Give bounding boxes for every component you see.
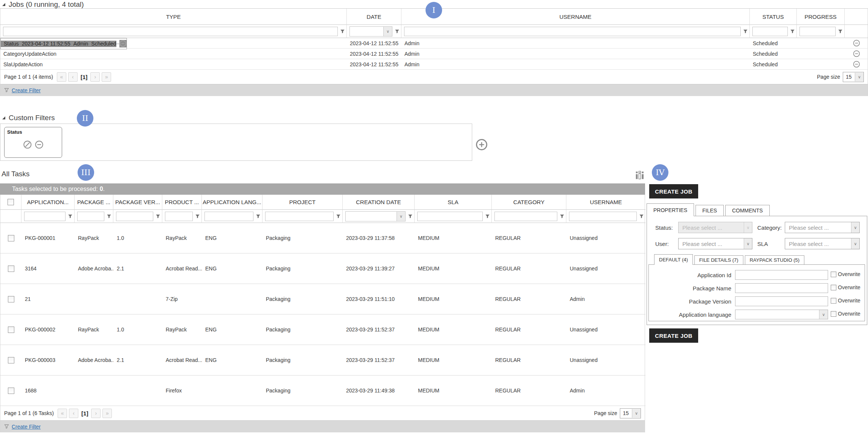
- next-page-icon[interactable]: ›: [90, 72, 100, 82]
- current-page[interactable]: [1]: [81, 74, 87, 80]
- category-select[interactable]: Please select ... ∨: [785, 222, 860, 233]
- first-page-icon[interactable]: «: [57, 72, 66, 82]
- task-checkbox[interactable]: [8, 266, 14, 272]
- current-page[interactable]: [1]: [81, 410, 88, 417]
- filter-funnel-icon[interactable]: [407, 214, 413, 219]
- tasks-col-application-id[interactable]: APPLICATION...: [21, 195, 75, 210]
- subtab-raypack-studio[interactable]: RAYPACK STUDIO (5): [745, 255, 804, 265]
- task-checkbox[interactable]: [8, 327, 14, 333]
- remove-filter-icon[interactable]: [35, 140, 44, 149]
- tasks-col-package[interactable]: PACKAGE ...: [75, 195, 113, 210]
- add-filter-icon[interactable]: [475, 138, 488, 151]
- chevron-down-icon[interactable]: ∨: [851, 238, 859, 249]
- first-page-icon[interactable]: «: [58, 409, 67, 418]
- filter-funnel-icon[interactable]: [742, 29, 748, 34]
- chevron-down-icon[interactable]: ∨: [744, 238, 752, 249]
- user-select[interactable]: Please select ... ∨: [678, 238, 752, 249]
- filter-funnel-icon[interactable]: [638, 214, 644, 219]
- tasks-creation-date-filter-select[interactable]: ∨: [345, 211, 406, 221]
- tasks-sla-filter-input[interactable]: [417, 212, 483, 221]
- task-row[interactable]: PKG-000002 RayPack 1.0 RayPack ENG Packa…: [0, 314, 645, 345]
- jobs-col-username[interactable]: USERNAME: [401, 9, 750, 25]
- chevron-down-icon[interactable]: ∨: [397, 212, 405, 221]
- filter-funnel-icon[interactable]: [837, 29, 843, 34]
- disable-filter-icon[interactable]: [23, 140, 32, 149]
- package-version-input[interactable]: [735, 296, 828, 306]
- application-id-input[interactable]: [735, 270, 828, 280]
- prev-page-icon[interactable]: ‹: [69, 409, 78, 418]
- select-all-checkbox[interactable]: [8, 199, 14, 205]
- task-checkbox[interactable]: [8, 296, 14, 302]
- tasks-col-language[interactable]: APPLICATION LANG...: [202, 195, 262, 210]
- task-row[interactable]: PKG-000001 RayPack 1.0 RayPack ENG Packa…: [0, 223, 645, 253]
- tasks-col-project[interactable]: PROJECT: [262, 195, 343, 210]
- tasks-category-filter-input[interactable]: [494, 212, 557, 221]
- tasks-project-filter-input[interactable]: [265, 212, 334, 221]
- filter-funnel-icon[interactable]: [194, 214, 200, 219]
- task-checkbox[interactable]: [8, 388, 14, 394]
- jobs-section-header[interactable]: Jobs (0 running, 4 total): [2, 0, 84, 9]
- jobs-col-progress[interactable]: PROGRESS: [797, 9, 845, 25]
- jobs-progress-filter-input[interactable]: [799, 27, 836, 36]
- package-name-input[interactable]: [735, 283, 828, 293]
- tasks-col-username[interactable]: USERNAME: [566, 195, 645, 210]
- tasks-col-creation-date[interactable]: CREATION DATE: [343, 195, 415, 210]
- tab-comments[interactable]: COMMENTS: [725, 205, 770, 216]
- chevron-down-icon[interactable]: ∨: [851, 222, 859, 233]
- custom-filters-section-header[interactable]: Custom Filters: [2, 114, 55, 122]
- task-row[interactable]: PKG-000003 Adobe Acroba... 2.1 Acrobat R…: [0, 345, 645, 375]
- last-page-icon[interactable]: »: [102, 409, 112, 418]
- chevron-down-icon[interactable]: ∨: [383, 27, 392, 36]
- chevron-down-icon[interactable]: ∨: [632, 409, 641, 418]
- tasks-application-filter-input[interactable]: [24, 212, 66, 221]
- tasks-product-filter-input[interactable]: [165, 212, 193, 221]
- tasks-package-version-filter-input[interactable]: [116, 212, 153, 221]
- filter-funnel-icon[interactable]: [394, 29, 400, 34]
- overwrite-checkbox[interactable]: [831, 298, 836, 304]
- filter-funnel-icon[interactable]: [339, 29, 345, 34]
- next-page-icon[interactable]: ›: [91, 409, 101, 418]
- filter-funnel-icon[interactable]: [789, 29, 795, 34]
- tab-files[interactable]: FILES: [696, 205, 724, 216]
- tasks-create-filter-link[interactable]: Create Filter: [12, 424, 41, 430]
- jobs-username-filter-input[interactable]: [404, 27, 741, 36]
- tasks-language-filter-input[interactable]: [204, 212, 253, 221]
- task-checkbox[interactable]: [8, 357, 14, 363]
- filter-funnel-icon[interactable]: [255, 214, 261, 219]
- jobs-page-size-select[interactable]: 15 ∨: [843, 72, 864, 82]
- tab-properties[interactable]: PROPERTIES: [647, 203, 694, 216]
- jobs-date-filter-select[interactable]: ∨: [349, 26, 392, 37]
- tasks-col-package-version[interactable]: PACKAGE VER...: [113, 195, 162, 210]
- sla-select[interactable]: Please select ... ∨: [785, 238, 860, 249]
- create-job-button-top[interactable]: CREATE JOB: [649, 184, 698, 198]
- tasks-col-category[interactable]: CATEGORY: [492, 195, 566, 210]
- jobs-row[interactable]: CategoryUpdateAction 2023-04-12 11:52:55…: [0, 49, 868, 59]
- jobs-col-type[interactable]: TYPE: [0, 9, 347, 25]
- column-chooser-icon[interactable]: [635, 171, 644, 180]
- cancel-job-icon[interactable]: [853, 40, 860, 47]
- chevron-down-icon[interactable]: ∨: [855, 73, 863, 81]
- application-language-select[interactable]: ∨: [735, 310, 828, 319]
- overwrite-checkbox[interactable]: [831, 285, 836, 290]
- tasks-package-filter-input[interactable]: [77, 212, 104, 221]
- jobs-col-date[interactable]: DATE: [347, 9, 401, 25]
- task-row[interactable]: 3164 Adobe Acroba... 2.1 Acrobat Read...…: [0, 253, 645, 284]
- filter-funnel-icon[interactable]: [484, 214, 490, 219]
- filter-funnel-icon[interactable]: [106, 214, 112, 219]
- jobs-row-selected[interactable]: Status 2023-04-12 11:52:55 Admin Schedul…: [0, 38, 127, 49]
- prev-page-icon[interactable]: ‹: [68, 72, 78, 82]
- task-row[interactable]: 21 7-Zip Packaging 2023-03-29 11:51:10 M…: [0, 284, 645, 314]
- subtab-default[interactable]: DEFAULT (4): [654, 254, 693, 265]
- filter-funnel-icon[interactable]: [67, 214, 73, 219]
- jobs-status-filter-input[interactable]: [752, 27, 788, 36]
- tasks-page-size-select[interactable]: 15 ∨: [620, 408, 641, 418]
- jobs-type-filter-input[interactable]: [3, 27, 338, 36]
- overwrite-checkbox[interactable]: [831, 272, 836, 277]
- filter-funnel-icon[interactable]: [155, 214, 161, 219]
- overwrite-checkbox[interactable]: [831, 311, 836, 317]
- create-job-button-bottom[interactable]: CREATE JOB: [649, 328, 698, 343]
- custom-filter-card[interactable]: Status: [4, 127, 62, 158]
- filter-funnel-icon[interactable]: [559, 214, 565, 219]
- cancel-job-icon[interactable]: [853, 61, 860, 68]
- subtab-file-details[interactable]: FILE DETAILS (7): [694, 255, 743, 265]
